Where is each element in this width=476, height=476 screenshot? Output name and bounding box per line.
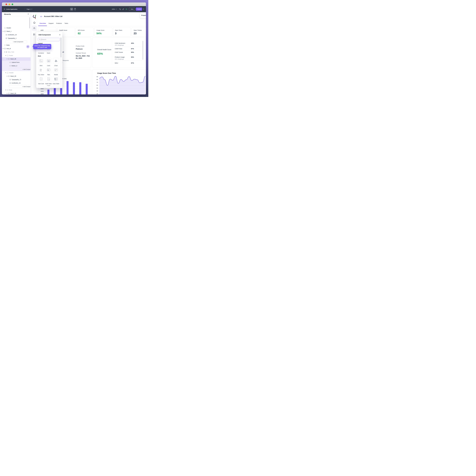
search-input[interactable]: Search [38, 38, 60, 41]
undo-button[interactable] [119, 6, 121, 12]
publish-button[interactable]: Publish [136, 8, 142, 11]
traffic-light-maximize[interactable] [12, 3, 13, 5]
desktop-preview-button[interactable] [70, 8, 73, 11]
tree-item-stack-85[interactable]: Stack_85 [2, 92, 31, 94]
stack-icon [8, 58, 10, 60]
health-panel-scrollbar[interactable] [143, 41, 143, 60]
hierarchy-scrollbar[interactable] [29, 17, 30, 28]
frame-icon [4, 27, 6, 29]
page-selector[interactable]: Page 1 [27, 6, 32, 12]
zoom-level-control[interactable]: 100% [112, 6, 117, 12]
run-app-button[interactable] [126, 6, 127, 12]
component-tile-label: Stat Card [37, 83, 45, 85]
component-tile-multi-stats-card[interactable]: 1,000 [46, 76, 51, 82]
clipboard-icon [74, 8, 76, 10]
component-tile-key-value[interactable] [38, 67, 44, 73]
tree-item-body[interactable]: Body [2, 88, 31, 92]
chart-icon [54, 59, 58, 63]
tree-item-stack-1[interactable]: Stack_1 [2, 30, 31, 33]
traffic-light-minimize[interactable] [9, 3, 10, 5]
component-tile-partial[interactable] [46, 86, 51, 88]
tree-item-root-id[interactable]: root_id [2, 47, 31, 50]
tree-item-footer[interactable]: Footer [2, 54, 31, 57]
tree-item-button-5[interactable]: Button_5 [2, 64, 31, 68]
desktop-background: Acme Application Page 1 100% [0, 0, 148, 97]
window-titlebar [2, 2, 146, 6]
tree-item-label: Body [6, 44, 10, 46]
tree-item-header[interactable]: Header [2, 26, 31, 30]
add-component-button[interactable]: + Add Component [5, 40, 27, 43]
caret-down-icon[interactable] [3, 48, 3, 49]
usage-line-chart [92, 69, 146, 94]
caret-down-icon[interactable] [5, 90, 6, 90]
back-arrow-icon[interactable] [4, 6, 5, 12]
caret-down-icon[interactable] [4, 52, 5, 52]
tab-products[interactable]: Products [56, 22, 62, 24]
caret-down-icon[interactable] [7, 76, 7, 77]
tree-item-label: Typography_72 [12, 79, 21, 80]
component-tile-stat-card[interactable]: 1,000 [38, 76, 44, 82]
stat-card-nps-score: NPS Score82 [76, 27, 93, 36]
modal-scrollbar-thumb[interactable] [61, 37, 61, 57]
contract-tenure-value-line2: 01, 2025 [76, 57, 82, 59]
tab-tasks[interactable]: Tasks [65, 22, 68, 24]
caret-down-icon[interactable] [3, 31, 3, 32]
mobile-preview-button[interactable] [74, 6, 76, 12]
builder-toolbar: Acme Application Page 1 100% [2, 6, 146, 12]
tree-item-typography-72[interactable]: Typography_72 [2, 78, 31, 81]
tab-support[interactable]: Support [49, 22, 54, 24]
tree-item-iconbutton-24[interactable]: IconButton_24 [2, 81, 31, 85]
caret-down-icon[interactable] [7, 93, 7, 94]
divider [112, 40, 112, 65]
component-tile-partial[interactable] [53, 86, 59, 88]
search-placeholder: Search [42, 39, 46, 40]
close-icon[interactable] [28, 13, 29, 15]
add-component-button[interactable]: + Add Component [9, 85, 31, 88]
users-icon[interactable] [33, 27, 35, 29]
modal-title: Add Component [38, 34, 51, 36]
metric-value: 95% [131, 56, 134, 58]
hierarchy-title: Hierarchy [4, 13, 11, 15]
add-component-button[interactable]: + Add Component [9, 68, 31, 71]
canvas-back-arrow-icon[interactable] [40, 16, 42, 17]
y-axis-label: 600K [39, 88, 44, 89]
section-layout: Layout [38, 42, 43, 44]
component-tile-modal[interactable] [53, 67, 59, 73]
component-tile-label: Card [45, 65, 52, 67]
tree-item-header[interactable]: Header [2, 71, 31, 75]
component-tile-alert[interactable] [38, 58, 44, 64]
properties-panel[interactable]: Properti [140, 13, 146, 18]
tree-item-new-task[interactable]: New_Task [2, 50, 31, 54]
home-icon[interactable] [33, 21, 36, 24]
tree-item-typography-1[interactable]: Typography_1 [2, 37, 31, 40]
caret-down-icon[interactable] [5, 55, 6, 56]
tree-item-stack-86[interactable]: Stack_86 [2, 57, 31, 61]
component-tile-tabs[interactable] [46, 67, 51, 73]
component-tile-chart[interactable] [53, 58, 59, 64]
frame-icon [4, 44, 6, 46]
stat-card-label: Health Score [59, 30, 67, 31]
flow-list-icon[interactable] [33, 33, 35, 36]
component-tile-partial[interactable] [38, 86, 44, 88]
tree-item-submit-form[interactable]: Submit Form [2, 61, 31, 64]
traffic-light-close[interactable] [5, 3, 7, 5]
redo-button[interactable] [122, 6, 124, 12]
more-options-button[interactable] [143, 8, 144, 10]
caret-down-icon[interactable] [5, 72, 6, 73]
tree-item-label: New_Task [8, 51, 14, 53]
stat-card-value: 82 [78, 32, 81, 35]
component-tile-card[interactable] [46, 58, 51, 64]
caret-down-icon[interactable] [7, 59, 7, 59]
tab-overview[interactable]: Overview [39, 22, 46, 24]
close-icon[interactable] [59, 34, 60, 35]
line-chart-card: Usage Score Over Time 90807060504030 [92, 69, 146, 94]
tree-item-label: Stack_95 [10, 75, 16, 77]
contract-tenure-label: Contract Tenure [76, 52, 86, 54]
component-tile-data-table[interactable] [53, 76, 59, 82]
tree-item-stack-95[interactable]: Stack_95 [2, 75, 31, 78]
play-icon [126, 8, 127, 10]
tree-item-label: Header [9, 72, 14, 73]
tree-item-iconbutton-20[interactable]: IconButton_20 [2, 33, 31, 36]
save-button[interactable]: Save [129, 8, 135, 11]
bar [73, 82, 75, 94]
